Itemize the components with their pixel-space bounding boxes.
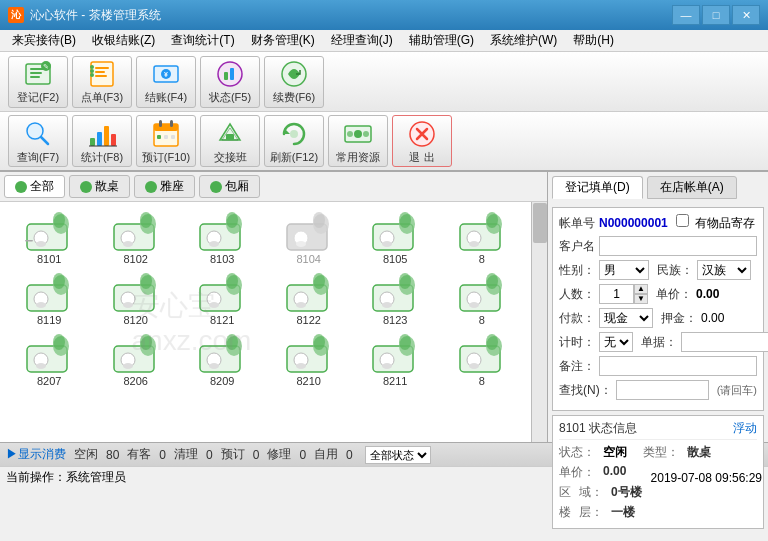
menu-system[interactable]: 系统维护(W) [482,30,565,51]
tab-all[interactable]: 全部 [4,175,65,198]
count-down[interactable]: ▼ [634,294,648,304]
note-input[interactable] [599,356,757,376]
area-row: 区 域： 0号楼 [559,484,757,501]
register-form: 帐单号 N000000001 有物品寄存 客户名 性别： 男女 民族： [552,207,764,411]
pay-label: 付款： [559,310,595,327]
table-8101[interactable]: 8101 [8,210,91,267]
goods-checkbox[interactable] [676,214,689,227]
goods-label: 有物品寄存 [695,216,755,230]
table-icon-8101 [25,212,73,252]
tab-private[interactable]: 雅座 [134,175,195,198]
btn-checkout[interactable]: ¥ 结账(F4) [136,56,196,108]
ethnic-select[interactable]: 汉族 [697,260,751,280]
menu-manager[interactable]: 经理查询(J) [323,30,401,51]
menu-help[interactable]: 帮助(H) [565,30,622,51]
menu-checkout[interactable]: 收银结账(Z) [84,30,163,51]
svg-point-45 [53,212,65,228]
svg-rect-24 [97,132,102,146]
table-8122[interactable]: 8122 [268,271,351,328]
btn-exit[interactable]: 退 出 [392,115,452,167]
right-panel: 登记填单(D) 在店帐单(A) 帐单号 N000000001 有物品寄存 客户名… [548,172,768,442]
current-time: 2019-07-08 09:56:29 [651,471,762,485]
status-filter[interactable]: 全部状态 [365,446,431,464]
table-8104[interactable]: 8104 [268,210,351,267]
status-clean-label: 清理 [174,446,198,463]
table-8120[interactable]: 8120 [95,271,178,328]
tab-vip[interactable]: 包厢 [199,175,260,198]
unit-price-value: 0.00 [696,287,719,301]
table-8123[interactable]: 8123 [354,271,437,328]
svg-point-51 [140,212,152,228]
svg-marker-36 [284,128,290,134]
btn-search[interactable]: 查询(F7) [8,115,68,167]
account-number: N000000001 [599,216,668,230]
table-8119[interactable]: 8119 [8,271,91,328]
scroll-bar[interactable] [531,202,547,442]
close-button[interactable]: ✕ [732,5,760,25]
float-label[interactable]: 浮动 [733,420,757,437]
table-row1-col5[interactable]: 8 [441,271,524,328]
btn-stats[interactable]: 统计(F8) [72,115,132,167]
tab-scatter[interactable]: 散桌 [69,175,130,198]
unit-price-label: 单价： [656,286,692,303]
table-8206[interactable]: 8206 [95,332,178,389]
customer-input[interactable] [599,236,757,256]
table-row2-col5[interactable]: 8 [441,332,524,389]
table-8121[interactable]: 8121 [181,271,264,328]
table-8209[interactable]: 8209 [181,332,264,389]
minimize-button[interactable]: — [672,5,700,25]
table-row0-col5[interactable]: 8 [441,210,524,267]
tab-account-list[interactable]: 在店帐单(A) [647,176,737,199]
pay-select[interactable]: 现金 [599,308,653,328]
svg-rect-31 [170,120,173,127]
status-repair-label: 修理 [267,446,291,463]
refresh-icon [278,118,310,150]
scroll-thumb[interactable] [533,203,547,243]
window-controls: — □ ✕ [672,5,760,25]
svg-point-131 [486,334,498,350]
maximize-button[interactable]: □ [702,5,730,25]
menu-query[interactable]: 查询统计(T) [163,30,242,51]
svg-point-101 [486,273,498,289]
status-booked-count: 0 [253,448,260,462]
btn-refresh[interactable]: 刷新(F12) [264,115,324,167]
search-input[interactable] [616,380,709,400]
table-8211[interactable]: 8211 [354,332,437,389]
count-input[interactable] [599,284,634,304]
menu-finance[interactable]: 财务管理(K) [243,30,323,51]
btn-register[interactable]: ✎ 登记(F2) [8,56,68,108]
svg-rect-48 [25,240,33,242]
btn-shift[interactable]: 交接班 [200,115,260,167]
timer-select[interactable]: 无 [599,332,633,352]
memo-input[interactable] [681,332,768,352]
menu-reception[interactable]: 来宾接待(B) [4,30,84,51]
btn-order[interactable]: 点单(F3) [72,56,132,108]
payment-row: 付款： 现金 押金： 0.00 [559,308,757,328]
btn-renew[interactable]: 续费(F6) [264,56,324,108]
tab-register-form[interactable]: 登记填单(D) [552,176,643,199]
btn-booking[interactable]: 预订(F10) [136,115,196,167]
status-own-count: 0 [346,448,353,462]
status-label: 状态： [559,444,595,461]
table-8105[interactable]: 8105 [354,210,437,267]
table-8103[interactable]: 8103 [181,210,264,267]
svg-point-78 [36,302,46,308]
btn-resource[interactable]: 常用资源 [328,115,388,167]
left-panel: 全部 散桌 雅座 包厢 安心宝anxz.com [0,172,548,442]
table-8207[interactable]: 8207 [8,332,91,389]
table-8102[interactable]: 8102 [95,210,178,267]
btn-status[interactable]: 状态(F5) [200,56,260,108]
expand-consumption[interactable]: ▶显示消费 [6,446,66,463]
count-up[interactable]: ▲ [634,284,648,294]
table-8210[interactable]: 8210 [268,332,351,389]
svg-point-68 [382,241,392,247]
svg-point-39 [354,130,362,138]
svg-text:¥: ¥ [164,71,168,78]
gender-select[interactable]: 男女 [599,260,649,280]
window-title: 沁心软件 - 茶楼管理系统 [30,7,672,24]
svg-point-106 [53,334,65,350]
menu-assist[interactable]: 辅助管理(G) [401,30,482,51]
svg-point-123 [296,363,306,369]
svg-rect-9 [95,75,107,77]
app-icon: 沁 [8,7,24,23]
